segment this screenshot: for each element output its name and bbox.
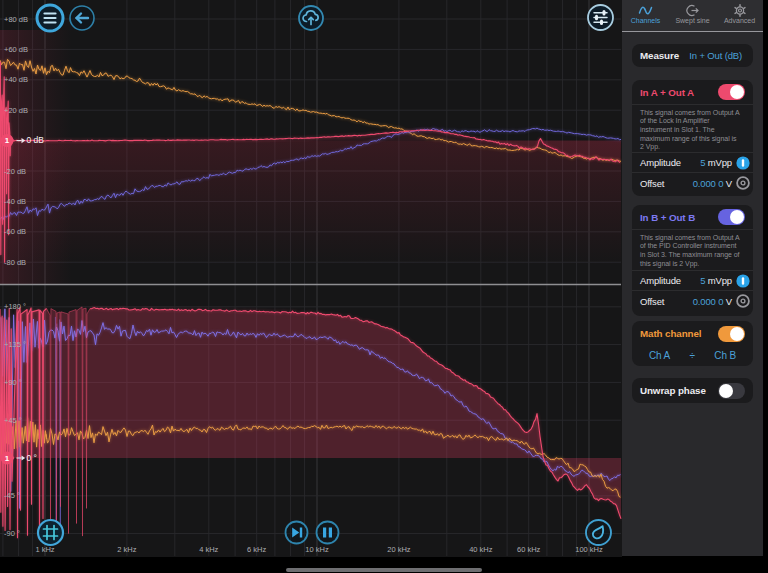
svg-text:1: 1 xyxy=(5,136,10,145)
svg-text:+80 dB: +80 dB xyxy=(4,15,28,24)
svg-text:+90 °: +90 ° xyxy=(4,378,22,387)
svg-text:4 kHz: 4 kHz xyxy=(199,545,218,554)
svg-text:10 kHz: 10 kHz xyxy=(305,545,329,554)
svg-text:+40 dB: +40 dB xyxy=(4,75,28,84)
svg-text:+135 °: +135 ° xyxy=(4,340,26,349)
svg-text:+45 °: +45 ° xyxy=(4,416,22,425)
svg-text:-90 °: -90 ° xyxy=(4,529,20,538)
svg-text:-20 dB: -20 dB xyxy=(4,167,26,176)
svg-text:-45 °: -45 ° xyxy=(4,491,20,500)
svg-text:-40 dB: -40 dB xyxy=(4,197,26,206)
svg-text:0 °: 0 ° xyxy=(27,453,38,463)
svg-text:20 kHz: 20 kHz xyxy=(387,545,411,554)
svg-text:+20 dB: +20 dB xyxy=(4,106,28,115)
svg-text:-60 dB: -60 dB xyxy=(4,227,26,236)
svg-text:0 dB: 0 dB xyxy=(27,135,45,145)
svg-text:60 kHz: 60 kHz xyxy=(517,545,541,554)
svg-text:6 kHz: 6 kHz xyxy=(247,545,266,554)
svg-text:1: 1 xyxy=(5,454,10,463)
svg-text:+60 dB: +60 dB xyxy=(4,45,28,54)
svg-text:2 kHz: 2 kHz xyxy=(117,545,136,554)
svg-text:40 kHz: 40 kHz xyxy=(469,545,493,554)
svg-text:-80 dB: -80 dB xyxy=(4,258,26,267)
svg-text:+180 °: +180 ° xyxy=(4,302,26,311)
